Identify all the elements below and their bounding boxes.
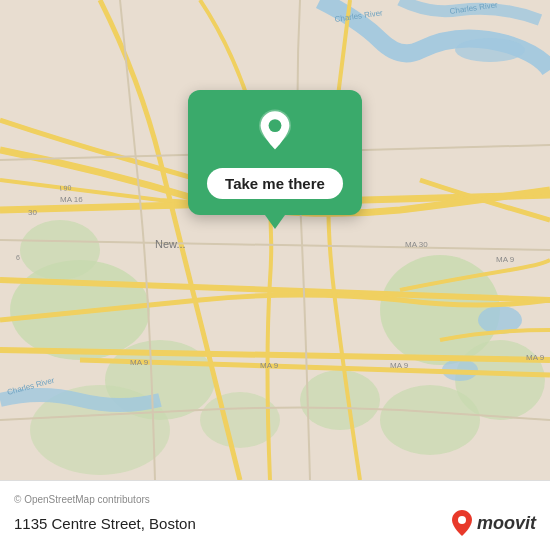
svg-point-35 — [269, 119, 282, 132]
svg-text:MA 9: MA 9 — [526, 353, 545, 362]
destination-card: Take me there — [188, 90, 362, 215]
map-container[interactable]: MA 16 I 90 30 6 MA 30 MA 9 MA 9 MA 9 MA … — [0, 0, 550, 480]
copyright-text: © OpenStreetMap contributors — [14, 494, 536, 505]
svg-text:MA 9: MA 9 — [496, 255, 515, 264]
address-text: 1135 Centre Street, Boston — [14, 515, 196, 532]
svg-text:6: 6 — [16, 254, 20, 261]
svg-text:MA 9: MA 9 — [390, 361, 409, 370]
app: MA 16 I 90 30 6 MA 30 MA 9 MA 9 MA 9 MA … — [0, 0, 550, 550]
svg-point-36 — [458, 516, 466, 524]
location-pin-icon — [251, 108, 299, 156]
svg-point-2 — [20, 220, 100, 280]
svg-point-5 — [380, 385, 480, 455]
svg-text:MA 30: MA 30 — [405, 240, 428, 249]
take-me-there-button[interactable]: Take me there — [207, 168, 343, 199]
svg-point-7 — [300, 370, 380, 430]
svg-text:30: 30 — [28, 208, 37, 217]
svg-text:MA 9: MA 9 — [260, 361, 279, 370]
address-row: 1135 Centre Street, Boston moovit — [14, 509, 536, 537]
svg-point-10 — [455, 38, 525, 62]
svg-text:New...: New... — [155, 238, 186, 250]
overlay-card: Take me there — [188, 90, 362, 229]
svg-text:MA 16: MA 16 — [60, 195, 83, 204]
footer: © OpenStreetMap contributors 1135 Centre… — [0, 480, 550, 550]
moovit-pin-icon — [451, 509, 473, 537]
moovit-brand-text: moovit — [477, 513, 536, 534]
map-svg: MA 16 I 90 30 6 MA 30 MA 9 MA 9 MA 9 MA … — [0, 0, 550, 480]
svg-text:I 90: I 90 — [59, 184, 71, 192]
svg-text:MA 9: MA 9 — [130, 358, 149, 367]
moovit-logo: moovit — [451, 509, 536, 537]
card-tail — [265, 215, 285, 229]
